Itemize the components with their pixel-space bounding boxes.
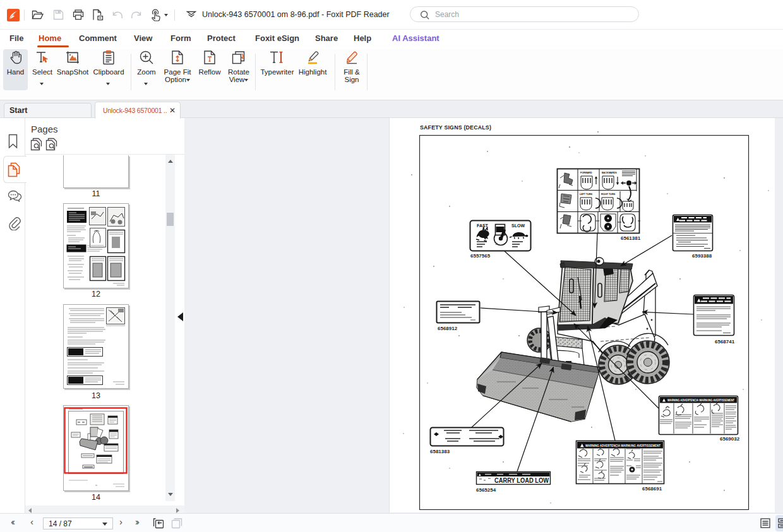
svg-text:6561381: 6561381 <box>621 235 641 241</box>
svg-text:6565254: 6565254 <box>476 487 496 493</box>
svg-text:RIGHT TURN: RIGHT TURN <box>601 193 616 196</box>
svg-text:6569032: 6569032 <box>720 436 740 442</box>
svg-text:6581383: 6581383 <box>430 449 450 454</box>
svg-text:6568691: 6568691 <box>642 486 662 492</box>
svg-text:6568912: 6568912 <box>438 326 458 331</box>
svg-text:6568741: 6568741 <box>715 339 735 345</box>
svg-text:FAST: FAST <box>477 223 489 228</box>
svg-text:FORWARD: FORWARD <box>580 172 592 174</box>
svg-text:SAFETY SIGNS (DECALS): SAFETY SIGNS (DECALS) <box>420 124 491 131</box>
svg-text:6593388: 6593388 <box>692 253 712 259</box>
svg-text:SLOW: SLOW <box>511 223 525 228</box>
svg-text:BACKWARDS: BACKWARDS <box>602 172 617 174</box>
svg-text:WARNING ADVERTENCIA WARNUNG AV: WARNING ADVERTENCIA WARNUNG AVERTISSEMEN… <box>585 444 660 447</box>
svg-text:LEFT TURN: LEFT TURN <box>580 193 592 196</box>
svg-text:CARRY LOAD LOW: CARRY LOAD LOW <box>494 476 549 484</box>
svg-text:6557565: 6557565 <box>470 253 491 259</box>
svg-text:WARNING ADVERTENCIA WARNUNG AV: WARNING ADVERTENCIA WARNUNG AVERTISSEMEN… <box>667 398 735 402</box>
